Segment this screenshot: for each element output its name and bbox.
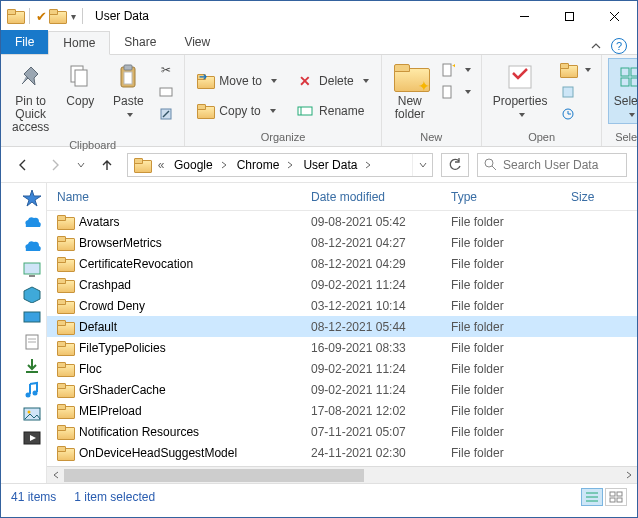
table-row[interactable]: Notification Resources07-11-2021 05:07Fi… [47,421,637,442]
tab-file[interactable]: File [1,30,48,54]
folder-icon [57,278,73,292]
large-icons-view-button[interactable] [605,488,627,506]
edit-button[interactable] [556,82,595,102]
chevron-right-icon[interactable] [217,154,231,176]
col-header-date[interactable]: Date modified [311,190,451,204]
chevron-right-icon[interactable] [283,154,297,176]
scroll-left-icon[interactable] [47,467,64,484]
videos-icon[interactable] [22,429,42,447]
pin-to-quick-access-button[interactable]: Pin to Quick access [7,58,54,137]
table-row[interactable]: Crashpad09-02-2021 11:24File folder [47,274,637,295]
table-row[interactable]: BrowserMetrics08-12-2021 04:27File folde… [47,232,637,253]
copy-path-button[interactable] [154,82,178,102]
tab-share[interactable]: Share [110,30,170,54]
move-to-button[interactable]: ➔Move to [193,71,281,91]
folder-icon [57,446,73,460]
table-row[interactable]: GrShaderCache09-02-2021 11:24File folder [47,379,637,400]
qa-overflow-icon[interactable]: ▾ [71,11,76,22]
horizontal-scrollbar[interactable] [47,466,637,483]
onedrive-icon[interactable] [22,237,42,255]
folder-icon [57,425,73,439]
file-date: 08-12-2021 04:29 [311,257,451,271]
status-item-count: 41 items [11,490,56,504]
col-header-name[interactable]: Name [57,190,311,204]
scroll-right-icon[interactable] [620,467,637,484]
quick-access-icon[interactable] [22,189,42,207]
this-pc-icon[interactable] [22,261,42,279]
help-button[interactable]: ? [611,38,627,54]
easy-access-button[interactable] [436,82,475,102]
navigation-pane[interactable] [1,183,47,483]
table-row[interactable]: FileTypePolicies16-09-2021 08:33File fol… [47,337,637,358]
table-row[interactable]: Avatars09-08-2021 05:42File folder [47,211,637,232]
table-row[interactable]: CertificateRevocation08-12-2021 04:29Fil… [47,253,637,274]
table-row[interactable]: Default08-12-2021 05:44File folder [47,316,637,337]
close-button[interactable] [592,1,637,31]
chevron-right-icon[interactable] [361,154,375,176]
file-date: 07-11-2021 05:07 [311,425,451,439]
column-headers[interactable]: Name Date modified Type Size [47,183,637,211]
svg-rect-21 [621,78,629,86]
maximize-button[interactable] [547,1,592,31]
new-folder-button[interactable]: ✦ New folder [388,58,432,124]
file-date: 08-12-2021 05:44 [311,320,451,334]
forward-button[interactable] [43,153,67,177]
breadcrumb-user-data[interactable]: User Data [297,154,361,176]
search-icon [484,158,497,171]
svg-text:✦: ✦ [451,63,455,73]
address-dropdown-button[interactable] [412,154,432,176]
details-view-button[interactable] [581,488,603,506]
svg-rect-8 [124,72,132,84]
paste-button[interactable]: Paste [106,58,150,124]
recent-locations-button[interactable] [75,153,87,177]
documents-icon[interactable] [22,333,42,351]
up-button[interactable] [95,153,119,177]
file-type: File folder [451,236,571,250]
music-icon[interactable] [22,381,42,399]
file-date: 24-11-2021 02:30 [311,446,451,460]
file-list[interactable]: Avatars09-08-2021 05:42File folderBrowse… [47,211,637,466]
delete-button[interactable]: ✕Delete [293,71,373,91]
folder-icon [57,215,73,229]
folder-icon [57,404,73,418]
ribbon-tabs: File Home Share View ? [1,31,637,55]
refresh-button[interactable] [441,153,469,177]
minimize-button[interactable] [502,1,547,31]
new-item-button[interactable]: ✦ [436,60,475,80]
copy-button[interactable]: Copy [58,58,102,111]
col-header-size[interactable]: Size [571,190,637,204]
back-button[interactable] [11,153,35,177]
table-row[interactable]: Crowd Deny03-12-2021 10:14File folder [47,295,637,316]
copy-icon [68,64,92,90]
qa-check-icon[interactable]: ✔ [36,9,47,24]
paste-shortcut-button[interactable] [154,104,178,124]
address-bar[interactable]: « Google Chrome User Data [127,153,433,177]
downloads-icon[interactable] [22,357,42,375]
ribbon-collapse-icon[interactable] [591,41,601,51]
history-button[interactable] [556,104,595,124]
search-input[interactable]: Search User Data [477,153,627,177]
breadcrumb-chrome[interactable]: Chrome [231,154,284,176]
select-button[interactable]: Select [608,58,638,124]
col-header-type[interactable]: Type [451,190,571,204]
desktop-icon[interactable] [22,309,42,327]
qa-folder-icon[interactable] [49,9,65,23]
open-menu-button[interactable] [556,60,595,80]
folder-icon [57,236,73,250]
table-row[interactable]: OnDeviceHeadSuggestModel24-11-2021 02:30… [47,442,637,463]
scrollbar-thumb[interactable] [64,469,364,482]
pictures-icon[interactable] [22,405,42,423]
object-3d-icon[interactable] [22,285,42,303]
chevron-right-icon[interactable]: « [154,154,168,176]
breadcrumb-google[interactable]: Google [168,154,217,176]
properties-button[interactable]: Properties [488,58,553,124]
copy-to-button[interactable]: Copy to [193,101,281,121]
onedrive-icon[interactable] [22,213,42,231]
table-row[interactable]: Floc09-02-2021 11:24File folder [47,358,637,379]
tab-home[interactable]: Home [48,31,110,55]
tab-view[interactable]: View [170,30,224,54]
table-row[interactable]: MEIPreload17-08-2021 12:02File folder [47,400,637,421]
rename-button[interactable]: Rename [293,101,373,121]
svg-rect-19 [621,68,629,76]
cut-button[interactable]: ✂ [154,60,178,80]
